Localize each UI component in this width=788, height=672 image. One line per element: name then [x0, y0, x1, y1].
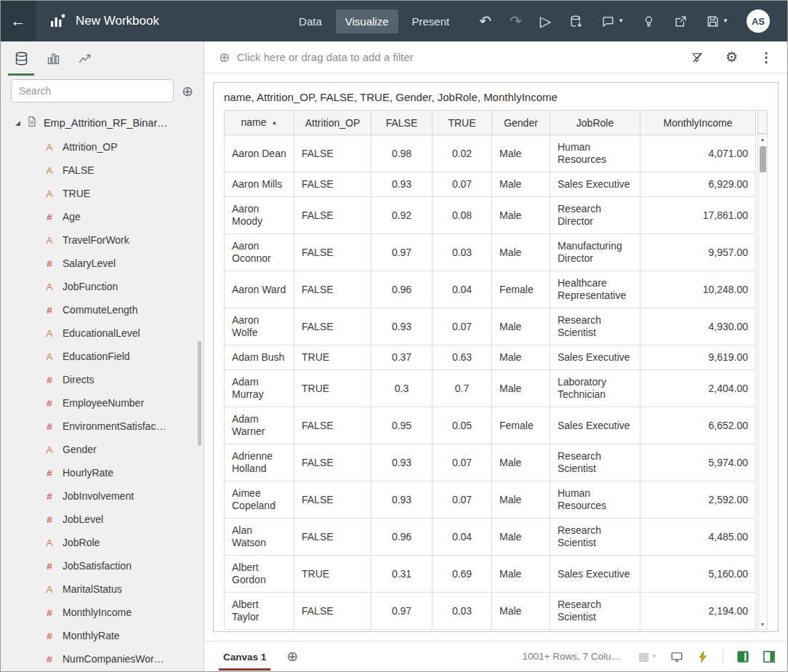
table-row[interactable]: Aimee CopelandFALSE0.930.07MaleHuman Res… — [225, 481, 756, 519]
table-cell[interactable]: Female — [492, 271, 550, 308]
tab-present[interactable]: Present — [403, 9, 459, 33]
table-cell[interactable]: 0.7 — [433, 370, 492, 407]
field-item[interactable]: #Directs — [1, 368, 204, 391]
table-cell[interactable]: 17,861.00 — [640, 197, 756, 234]
field-item[interactable]: #EnvironmentSatisfac… — [1, 415, 204, 438]
column-header[interactable]: Attrition_OP — [294, 111, 371, 135]
table-cell[interactable]: Aaron Ward — [225, 271, 294, 308]
table-cell[interactable]: 6,929.00 — [640, 172, 756, 197]
table-cell[interactable]: FALSE — [294, 172, 371, 197]
table-cell[interactable]: 0.93 — [371, 308, 433, 345]
table-cell[interactable]: 9,619.00 — [640, 345, 756, 370]
table-cell[interactable] — [294, 630, 371, 631]
field-item[interactable]: #JobLevel — [1, 508, 204, 531]
table-cell[interactable]: 0.63 — [433, 345, 492, 370]
table-cell[interactable]: 0.03 — [433, 593, 492, 630]
table-cell[interactable]: FALSE — [294, 407, 371, 444]
table-cell[interactable]: Research Director — [550, 197, 640, 234]
table-cell[interactable]: Aimee Copeland — [225, 481, 294, 519]
field-item[interactable]: #HourlyRate — [1, 461, 204, 484]
table-cell[interactable]: 0.93 — [371, 172, 433, 197]
table-cell[interactable]: TRUE — [294, 370, 371, 407]
table-cell[interactable]: 0.31 — [371, 556, 433, 593]
table-cell[interactable]: Laboratory Technician — [550, 370, 640, 407]
table-cell[interactable]: Manufacturing Director — [550, 234, 640, 271]
table-cell[interactable]: FALSE — [294, 308, 371, 345]
back-button[interactable]: ← — [1, 1, 36, 41]
table-row[interactable]: Adam BushTRUE0.370.63MaleSales Executive… — [225, 345, 756, 370]
table-cell[interactable]: Male — [492, 556, 550, 593]
toggle-properties-panel-icon[interactable] — [763, 650, 776, 663]
table-row[interactable]: Albert TaylorFALSE0.970.03MaleResearch S… — [225, 593, 756, 630]
auto-apply-bolt-icon[interactable] — [696, 650, 709, 663]
table-cell[interactable]: 0.04 — [433, 519, 492, 556]
user-avatar[interactable]: AS — [747, 9, 770, 33]
scroll-up-icon[interactable]: ▲ — [758, 137, 767, 142]
table-cell[interactable]: 0.97 — [371, 234, 433, 271]
table-cell[interactable]: 0.03 — [433, 234, 492, 271]
table-cell[interactable]: 0.95 — [371, 407, 433, 444]
grid-options-icon[interactable]: ▦ ▼ — [638, 651, 657, 663]
table-cell[interactable]: Aaron Mills — [225, 172, 294, 197]
table-cell[interactable]: 0.07 — [433, 481, 492, 519]
table-visualization[interactable]: name, Attrition_OP, FALSE, TRUE, Gender,… — [213, 82, 779, 632]
table-cell[interactable]: 0.04 — [433, 271, 492, 308]
table-cell[interactable]: 0.07 — [433, 308, 492, 345]
table-cell[interactable]: Male — [492, 444, 550, 481]
table-cell[interactable]: Adrienne Holland — [225, 444, 294, 481]
add-filter-icon[interactable]: ⊕ — [219, 51, 230, 64]
column-header[interactable]: Gender — [492, 111, 550, 135]
table-cell[interactable]: FALSE — [294, 519, 371, 556]
table-row[interactable]: Albert GordonTRUE0.310.69MaleSales Execu… — [225, 556, 756, 593]
table-cell[interactable]: 0.02 — [433, 135, 492, 172]
table-cell[interactable]: 4,485.00 — [640, 519, 756, 556]
table-cell[interactable]: Male — [492, 308, 550, 345]
table-cell[interactable]: FALSE — [294, 135, 371, 172]
table-cell[interactable]: 0.93 — [371, 444, 433, 481]
save-icon[interactable]: ▼ — [706, 15, 728, 28]
field-item[interactable]: #MonthlyIncome — [1, 601, 204, 624]
table-row[interactable]: Aaron OconnorFALSE0.970.03MaleManufactur… — [225, 234, 756, 271]
insights-bulb-icon[interactable] — [642, 15, 656, 28]
column-header[interactable]: name▲ — [225, 111, 294, 135]
table-cell[interactable]: FALSE — [294, 593, 371, 630]
table-row[interactable]: AlexaResearch — [225, 630, 756, 631]
field-item[interactable]: AGender — [1, 438, 204, 461]
table-row[interactable]: Adrienne HollandFALSE0.930.07MaleResearc… — [225, 444, 756, 481]
table-cell[interactable]: Albert Gordon — [225, 556, 294, 593]
kebab-menu-icon[interactable]: ⋮ — [760, 51, 773, 64]
table-cell[interactable]: Aaron Moody — [225, 197, 294, 234]
table-cell[interactable]: 5,160.00 — [640, 556, 756, 593]
table-cell[interactable]: 0.37 — [371, 345, 433, 370]
table-cell[interactable]: Sales Executive — [550, 172, 640, 197]
column-header[interactable]: JobRole — [550, 111, 640, 135]
table-cell[interactable]: 0.05 — [433, 407, 492, 444]
table-cell[interactable]: Aaron Wolfe — [225, 308, 294, 345]
field-item[interactable]: ATRUE — [1, 182, 204, 205]
table-cell[interactable]: FALSE — [294, 481, 371, 519]
refresh-data-icon[interactable] — [569, 15, 583, 28]
table-cell[interactable]: TRUE — [294, 345, 371, 370]
table-cell[interactable]: 0.97 — [371, 593, 433, 630]
comments-icon[interactable]: ▼ — [601, 15, 624, 28]
table-row[interactable]: Aaron DeanFALSE0.980.02MaleHuman Resourc… — [225, 135, 756, 172]
table-cell[interactable]: 2,194.00 — [640, 593, 756, 630]
table-cell[interactable]: Adam Warner — [225, 407, 294, 444]
table-cell[interactable] — [433, 630, 492, 631]
expand-caret-icon[interactable]: ◢ — [15, 119, 20, 127]
dataset-item[interactable]: ◢ Emp_Attrition_RF_Binar… — [1, 110, 204, 135]
field-item[interactable]: AEducationalLevel — [1, 321, 204, 345]
field-item[interactable]: #JobInvolvement — [1, 484, 204, 508]
table-cell[interactable]: FALSE — [294, 197, 371, 234]
table-cell[interactable]: TRUE — [294, 556, 371, 593]
column-header[interactable]: TRUE — [433, 111, 492, 135]
table-cell[interactable]: Male — [492, 172, 550, 197]
table-cell[interactable]: Male — [492, 345, 550, 370]
redo-icon[interactable]: ↷ — [510, 14, 522, 28]
scroll-down-icon[interactable]: ▼ — [758, 622, 767, 627]
table-cell[interactable]: 2,404.00 — [640, 370, 756, 407]
tab-visualize[interactable]: Visualize — [336, 9, 398, 33]
table-cell[interactable]: 9,957.00 — [640, 234, 756, 271]
table-cell[interactable]: Male — [492, 234, 550, 271]
export-icon[interactable] — [674, 15, 688, 28]
